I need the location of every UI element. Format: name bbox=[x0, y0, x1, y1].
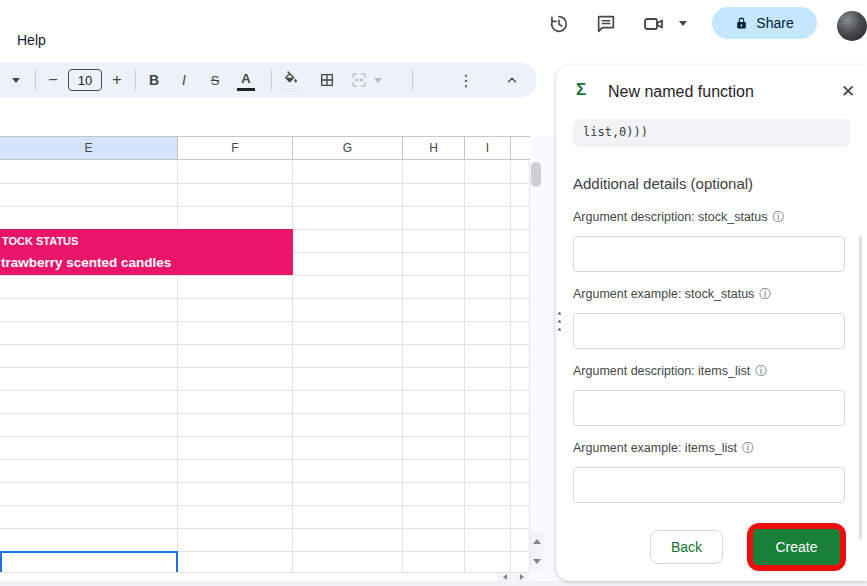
gridline bbox=[402, 161, 403, 572]
gridline bbox=[177, 161, 178, 572]
chevron-up-icon bbox=[505, 73, 519, 87]
column-header-partial[interactable] bbox=[511, 137, 530, 159]
version-history-button[interactable] bbox=[546, 11, 572, 37]
column-header-h[interactable]: H bbox=[403, 137, 465, 159]
meet-button[interactable] bbox=[641, 11, 667, 37]
highlighted-cell-text: TOCK STATUS bbox=[2, 235, 78, 247]
info-icon[interactable]: ⓘ bbox=[742, 442, 754, 454]
lock-icon bbox=[735, 16, 748, 30]
text-color-swatch bbox=[237, 88, 255, 91]
sheets-app: Help Share − 10 + B I S A bbox=[0, 0, 867, 586]
decrease-font-size-button[interactable]: − bbox=[43, 68, 63, 92]
formatting-toolbar: − 10 + B I S A ⋮ bbox=[0, 62, 537, 98]
increase-font-size-button[interactable]: + bbox=[107, 68, 127, 92]
close-panel-button[interactable]: ✕ bbox=[841, 83, 855, 100]
gridline bbox=[529, 161, 530, 572]
selected-cell[interactable] bbox=[0, 551, 178, 572]
panel-title: New named function bbox=[608, 83, 754, 101]
cells-grid[interactable] bbox=[0, 161, 530, 572]
toolbar-divider bbox=[135, 70, 136, 90]
menu-help[interactable]: Help bbox=[17, 32, 46, 48]
toolbar-overflow-caret-icon[interactable] bbox=[10, 68, 22, 92]
meet-dropdown-caret-icon[interactable] bbox=[679, 21, 687, 26]
scroll-down-button[interactable] bbox=[530, 552, 543, 571]
comment-icon bbox=[595, 13, 617, 35]
text-color-letter: A bbox=[241, 71, 250, 86]
bold-button[interactable]: B bbox=[144, 68, 164, 92]
column-header-f[interactable]: F bbox=[178, 137, 293, 159]
field-label: Argument description: items_list ⓘ bbox=[573, 364, 767, 378]
fill-color-button[interactable] bbox=[279, 68, 303, 92]
gridline bbox=[464, 161, 465, 572]
highlighted-cell-text: trawberry scented candles bbox=[1, 255, 171, 270]
paint-bucket-icon bbox=[283, 71, 299, 87]
column-headers: E F G H I bbox=[0, 136, 530, 160]
history-icon bbox=[548, 13, 570, 35]
field-label: Argument description: stock_status ⓘ bbox=[573, 210, 785, 224]
toolbar-divider bbox=[412, 70, 413, 90]
back-button[interactable]: Back bbox=[650, 530, 723, 564]
argument-description-stock-status-input[interactable] bbox=[573, 236, 845, 272]
font-size-input[interactable]: 10 bbox=[68, 69, 102, 91]
strikethrough-button[interactable]: S bbox=[205, 68, 225, 92]
triangle-down-icon bbox=[533, 559, 541, 564]
horizontal-scrollbar[interactable] bbox=[0, 572, 530, 581]
sigma-icon: Σ bbox=[576, 80, 586, 100]
gridline bbox=[292, 161, 293, 572]
column-header-e[interactable]: E bbox=[0, 137, 178, 159]
comments-button[interactable] bbox=[593, 11, 619, 37]
vertical-scrollbar-thumb[interactable] bbox=[531, 162, 541, 187]
info-icon[interactable]: ⓘ bbox=[755, 365, 767, 377]
share-label: Share bbox=[756, 15, 793, 31]
borders-icon bbox=[319, 72, 335, 88]
argument-description-items-list-input[interactable] bbox=[573, 390, 845, 426]
named-function-panel: Σ New named function ✕ list,0))) Additio… bbox=[556, 65, 867, 581]
share-button[interactable]: Share bbox=[712, 7, 817, 39]
formula-preview: list,0))) bbox=[573, 119, 850, 147]
column-header-g[interactable]: G bbox=[293, 137, 403, 159]
create-button[interactable]: Create bbox=[753, 529, 840, 565]
scroll-up-button[interactable] bbox=[530, 531, 543, 551]
merge-cells-button[interactable] bbox=[347, 68, 371, 92]
highlighted-cells[interactable]: TOCK STATUS trawberry scented candles bbox=[0, 229, 293, 275]
collapse-toolbar-button[interactable] bbox=[500, 68, 524, 92]
gridline bbox=[510, 161, 511, 572]
italic-button[interactable]: I bbox=[174, 68, 194, 92]
merge-dropdown-caret-icon[interactable] bbox=[372, 68, 384, 92]
argument-example-items-list-input[interactable] bbox=[573, 467, 845, 503]
vertical-scrollbar-track[interactable] bbox=[530, 136, 556, 581]
field-label: Argument example: items_list ⓘ bbox=[573, 441, 754, 455]
info-icon[interactable]: ⓘ bbox=[773, 211, 785, 223]
more-options-button[interactable]: ⋮ bbox=[456, 68, 476, 92]
triangle-left-icon bbox=[503, 574, 507, 580]
panel-scrollbar-thumb[interactable] bbox=[859, 235, 862, 540]
column-header-i[interactable]: I bbox=[465, 137, 511, 159]
panel-resize-handle[interactable] bbox=[558, 312, 561, 331]
scroll-right-button[interactable] bbox=[514, 573, 530, 581]
section-heading: Additional details (optional) bbox=[573, 175, 753, 192]
merge-cells-icon bbox=[351, 72, 367, 88]
fill-color-swatch bbox=[282, 88, 300, 91]
info-icon[interactable]: ⓘ bbox=[759, 288, 771, 300]
annotation-highlight: Create bbox=[747, 523, 846, 571]
scroll-left-button[interactable] bbox=[497, 573, 513, 581]
account-avatar[interactable] bbox=[837, 11, 867, 41]
triangle-up-icon bbox=[533, 539, 541, 544]
videocam-icon bbox=[642, 12, 666, 36]
borders-button[interactable] bbox=[315, 68, 339, 92]
bottom-edge bbox=[0, 581, 867, 586]
text-color-button[interactable]: A bbox=[234, 68, 258, 92]
toolbar-divider bbox=[35, 70, 36, 90]
field-label: Argument example: stock_status ⓘ bbox=[573, 287, 771, 301]
argument-example-stock-status-input[interactable] bbox=[573, 313, 845, 349]
triangle-right-icon bbox=[520, 574, 524, 580]
toolbar-divider bbox=[271, 70, 272, 90]
